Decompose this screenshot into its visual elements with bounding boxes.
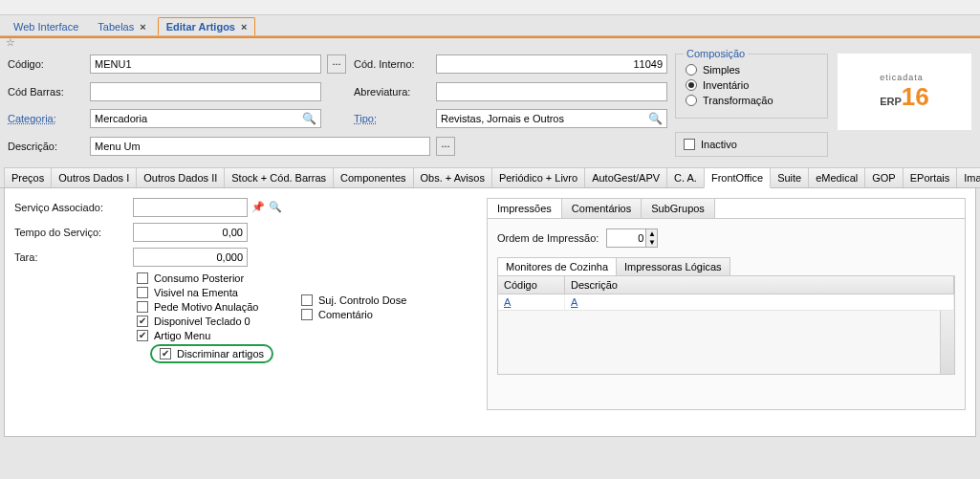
search-icon[interactable]: 🔍 [648,112,663,125]
inactivo-checkbox[interactable]: Inactivo [675,132,828,157]
abrev-input[interactable] [436,82,667,101]
maintab-autogest-apv[interactable]: AutoGest/APV [584,167,667,187]
maintab-gop[interactable]: GOP [864,167,903,187]
close-icon[interactable]: × [140,21,145,33]
codinterno-input[interactable] [436,54,667,74]
sub-tabs: Impressões Comentários SubGrupos [487,198,966,219]
codigo-input[interactable] [90,54,321,74]
chk-consumo-posterior[interactable]: Consumo Posterior [137,272,473,284]
radio-simples[interactable]: Simples [686,64,817,76]
servico-label: Serviço Associado: [14,202,129,213]
tipo-link[interactable]: Tipo: [354,113,430,124]
innertab-impressoras[interactable]: Impressoras Lógicas [616,257,730,275]
descricao-label: Descrição: [8,141,84,152]
tara-label: Tara: [14,251,129,263]
close-icon[interactable]: × [241,21,247,33]
codinterno-label: Cód. Interno: [354,58,430,70]
maintab-outros-dados-ii[interactable]: Outros Dados II [136,167,225,187]
tipo-lookup[interactable]: Revistas, Jornais e Outros🔍 [436,109,667,128]
chk-comentario[interactable]: Comentário [301,309,406,320]
spin-up-icon[interactable]: ▲ [645,229,657,238]
radio-transformacao[interactable]: Transformação [686,95,817,106]
subtab-comentarios[interactable]: Comentários [562,199,642,218]
abrev-label: Abreviatura: [354,86,430,98]
categoria-link[interactable]: Categoria: [8,113,84,124]
maintab-emedical[interactable]: eMedical [808,167,865,187]
tab-web-interface[interactable]: Web Interface [6,18,86,35]
composicao-group: Composição Simples Inventário Transforma… [675,54,828,119]
chk-artigo-menu[interactable]: ✔Artigo Menu [137,330,473,341]
maintab-eportais[interactable]: EPortais [903,167,958,187]
maintab-stock-c-d-barras[interactable]: Stock + Cód. Barras [224,167,334,187]
innertab-monitores[interactable]: Monitores de Cozinha [497,257,617,275]
codbarras-label: Cód Barras: [8,86,84,98]
radio-inventario[interactable]: Inventário [686,79,817,91]
ordem-input[interactable] [607,229,645,247]
search-icon[interactable]: 🔍 [269,201,282,214]
brand-logo: eticadata ERP16 [838,54,971,130]
maintab-peri-dico-livro[interactable]: Periódico + Livro [491,167,585,187]
codigo-browse-button[interactable]: ... [327,54,346,74]
tempo-input[interactable] [133,223,248,242]
maintab-suite[interactable]: Suite [770,167,809,187]
chk-suj-controlo-dose[interactable]: Suj. Controlo Dose [301,294,406,306]
maintab-outros-dados-i[interactable]: Outros Dados I [51,167,137,187]
search-icon[interactable]: 🔍 [302,112,316,125]
maintab-frontoffice[interactable]: FrontOffice [704,167,771,188]
subtab-impressoes[interactable]: Impressões [488,199,562,218]
tab-editar-artigos[interactable]: Editar Artigos× [158,17,256,35]
composicao-legend: Composição [684,48,748,59]
ordem-spinner[interactable]: ▲▼ [606,229,658,248]
document-tabs: Web Interface Tabelas× Editar Artigos× [0,15,980,36]
maintab-imagens[interactable]: Imagens [956,167,980,187]
subtab-subgrupos[interactable]: SubGrupos [642,199,715,218]
grid-monitores: Código Descrição A A [497,275,955,375]
spin-down-icon[interactable]: ▼ [645,238,657,247]
descricao-browse-button[interactable]: ... [436,137,455,156]
servico-input[interactable] [133,198,248,217]
grid-filter-row[interactable]: A A [498,294,954,311]
grid-header-codigo[interactable]: Código [498,276,565,294]
grid-header-descricao[interactable]: Descrição [565,276,954,294]
tab-tabelas[interactable]: Tabelas× [90,18,153,35]
chk-discriminar-artigos[interactable]: ✔Discriminar artigos [150,344,273,363]
categoria-lookup[interactable]: Mercadoria🔍 [90,109,321,128]
tara-input[interactable] [133,248,248,267]
codbarras-input[interactable] [90,82,321,101]
codigo-label: Código: [8,58,84,70]
maintab-c-a-[interactable]: C. A. [666,167,705,187]
main-tabs: PreçosOutros Dados IOutros Dados IIStock… [0,166,980,188]
maintab-obs-avisos[interactable]: Obs. + Avisos [413,167,492,187]
maintab-componentes[interactable]: Componentes [333,167,414,187]
maintab-pre-os[interactable]: Preços [4,167,52,187]
tempo-label: Tempo do Serviço: [14,227,129,238]
ordem-label: Ordem de Impressão: [497,232,599,244]
descricao-input[interactable] [90,137,430,156]
pin-icon[interactable]: 📌 [251,201,265,214]
